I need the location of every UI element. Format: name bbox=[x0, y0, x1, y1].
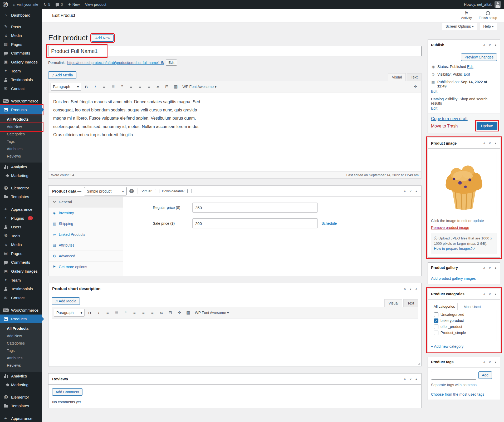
sidebar-item-pages-2[interactable]: ▤Pages bbox=[0, 249, 42, 258]
link-button[interactable]: ∞ bbox=[154, 83, 162, 90]
sidebar-item-elementor[interactable]: Elementor bbox=[0, 184, 42, 192]
update-button[interactable]: Update bbox=[477, 122, 497, 130]
help-button[interactable]: Help ▾ bbox=[480, 23, 497, 30]
how-to-prepare-images-link[interactable]: How to prepare images? bbox=[434, 247, 473, 251]
wp-logo-menu[interactable]: W bbox=[0, 0, 11, 9]
sidebar-item-appearance[interactable]: ✒Appearance bbox=[0, 205, 42, 214]
virtual-checkbox[interactable] bbox=[155, 189, 159, 193]
move-up-icon[interactable]: ∧ bbox=[483, 43, 486, 47]
category-item-offer-product[interactable]: offer_product bbox=[434, 325, 494, 329]
category-item-uncategorized[interactable]: Uncategorized bbox=[434, 312, 494, 317]
submenu-all-products-2[interactable]: All Products bbox=[0, 325, 42, 332]
numbered-list-button[interactable]: ≣ bbox=[112, 309, 120, 316]
sidebar-item-marketing-2[interactable]: Marketing bbox=[0, 380, 42, 389]
sidebar-item-tools[interactable]: ⚒Tools bbox=[0, 231, 42, 240]
submenu-tags[interactable]: Tags bbox=[0, 138, 42, 145]
view-product-link[interactable]: View product bbox=[82, 0, 109, 9]
copy-draft-link[interactable]: Copy to a new draft bbox=[431, 116, 497, 121]
fullscreen-button[interactable]: ✛ bbox=[175, 309, 183, 316]
add-new-button[interactable]: Add New bbox=[92, 34, 114, 42]
permalink-link[interactable]: https://net.techprotec.in/aftab/product/… bbox=[67, 61, 164, 65]
tab-visual[interactable]: Visual bbox=[388, 73, 406, 81]
new-content-menu[interactable]: + New bbox=[66, 0, 82, 9]
submenu-add-new-2[interactable]: Add New bbox=[0, 332, 42, 340]
edit-visibility-link[interactable]: Edit bbox=[464, 72, 470, 76]
move-down-icon[interactable]: ∨ bbox=[409, 377, 412, 381]
add-new-category-link[interactable]: + Add new category bbox=[431, 344, 463, 349]
visit-site-link[interactable]: ⌂ visit your site bbox=[11, 0, 41, 9]
toolbar-toggle-button[interactable]: ▦ bbox=[184, 309, 192, 316]
sidebar-item-gallery-images[interactable]: ▣Gallery Images bbox=[0, 57, 42, 66]
add-tag-button[interactable]: Add bbox=[478, 371, 492, 379]
numbered-list-button[interactable]: ≣ bbox=[109, 83, 117, 90]
tab-general[interactable]: ⚒General bbox=[48, 197, 123, 208]
sidebar-item-woocommerce[interactable]: WooWooCommerce bbox=[0, 97, 42, 105]
tab-advanced[interactable]: ⚙Advanced bbox=[48, 251, 123, 262]
move-down-icon[interactable]: ∨ bbox=[489, 292, 491, 296]
remove-product-image-link[interactable]: Remove product image bbox=[431, 225, 469, 230]
sidebar-item-products[interactable]: Products bbox=[0, 105, 42, 114]
sidebar-item-woocommerce-2[interactable]: WooWooCommerce bbox=[0, 306, 42, 315]
category-item-product-simple[interactable]: Product_simple bbox=[434, 331, 494, 335]
move-up-icon[interactable]: ∧ bbox=[404, 189, 406, 193]
edit-status-link[interactable]: Edit bbox=[467, 65, 473, 69]
choose-most-used-tags-link[interactable]: Choose from the most used tags bbox=[431, 392, 484, 396]
tab-attributes[interactable]: ▤Attributes bbox=[48, 240, 123, 251]
tab-all-categories[interactable]: All categories bbox=[431, 303, 458, 310]
tab-shipping[interactable]: ▥Shipping bbox=[48, 218, 123, 229]
submenu-attributes[interactable]: Attributes bbox=[0, 145, 42, 153]
collapse-toggle-icon[interactable]: ▲ bbox=[494, 266, 497, 269]
move-down-icon[interactable]: ∨ bbox=[409, 287, 412, 291]
move-up-icon[interactable]: ∧ bbox=[483, 266, 486, 270]
move-up-icon[interactable]: ∧ bbox=[483, 292, 486, 296]
sidebar-item-media[interactable]: ♫Media bbox=[0, 31, 42, 40]
edit-published-link[interactable]: Edit bbox=[431, 89, 437, 94]
help-tip-icon[interactable]: ? bbox=[129, 189, 134, 193]
move-down-icon[interactable]: ∨ bbox=[489, 141, 491, 145]
link-button[interactable]: ∞ bbox=[157, 309, 165, 316]
short-description-content[interactable] bbox=[52, 318, 418, 363]
comments-link[interactable]: 0 bbox=[53, 0, 66, 9]
sidebar-item-team[interactable]: ✦Team bbox=[0, 66, 42, 75]
move-up-icon[interactable]: ∧ bbox=[404, 377, 406, 381]
sidebar-item-users[interactable]: Users bbox=[0, 223, 42, 231]
blockquote-button[interactable]: ❝ bbox=[118, 83, 126, 90]
move-up-icon[interactable]: ∧ bbox=[483, 360, 486, 364]
submenu-reviews-2[interactable]: Reviews bbox=[0, 362, 42, 369]
editor-content[interactable]: Duis leo. Sed fringilla mauris sit amet … bbox=[48, 92, 421, 171]
sidebar-item-comments-2[interactable]: Comments bbox=[0, 258, 42, 267]
sale-price-input[interactable] bbox=[192, 218, 318, 228]
product-image-thumbnail[interactable] bbox=[431, 152, 497, 216]
submenu-add-new[interactable]: Add New bbox=[0, 123, 42, 130]
sidebar-item-analytics-2[interactable]: Analytics bbox=[0, 372, 42, 380]
collapse-toggle-icon[interactable]: ▲ bbox=[494, 142, 497, 145]
category-checkbox[interactable] bbox=[434, 331, 438, 335]
collapse-toggle-icon[interactable]: ▲ bbox=[415, 287, 418, 290]
collapse-toggle-icon[interactable]: ▲ bbox=[415, 377, 418, 380]
tab-get-more-options[interactable]: ⚑Get more options bbox=[48, 262, 123, 272]
tab-most-used[interactable]: Most Used bbox=[461, 303, 483, 310]
move-down-icon[interactable]: ∨ bbox=[409, 189, 412, 193]
italic-button[interactable]: I bbox=[91, 83, 99, 90]
downloadable-checkbox[interactable] bbox=[187, 189, 192, 193]
new-tag-input[interactable] bbox=[431, 371, 476, 380]
paragraph-select[interactable]: Paragraph▾ bbox=[51, 83, 81, 91]
permalink-edit-button[interactable]: Edit bbox=[166, 60, 177, 66]
align-left-button[interactable]: ≡ bbox=[127, 83, 135, 90]
align-left-button[interactable]: ≡ bbox=[130, 309, 138, 316]
bullet-list-button[interactable]: ≡ bbox=[104, 309, 111, 316]
sidebar-item-testimonials[interactable]: Testimonials bbox=[0, 75, 42, 84]
sidebar-item-pages[interactable]: ▤Pages bbox=[0, 40, 42, 49]
sidebar-item-appearance-2[interactable]: ✒Appearance bbox=[0, 414, 42, 422]
finish-setup-button[interactable]: Finish setup bbox=[479, 11, 497, 20]
sidebar-item-dashboard[interactable]: ◔Dashboard bbox=[0, 11, 42, 19]
align-center-button[interactable]: ≡ bbox=[139, 309, 147, 316]
sidebar-item-plugins[interactable]: ⚡Plugins5 bbox=[0, 214, 42, 223]
move-down-icon[interactable]: ∨ bbox=[489, 43, 491, 47]
tab-text-2[interactable]: Text bbox=[403, 299, 418, 307]
collapse-toggle-icon[interactable]: ▲ bbox=[494, 43, 497, 46]
category-checkbox[interactable] bbox=[434, 325, 438, 329]
sidebar-item-marketing[interactable]: Marketing bbox=[0, 171, 42, 180]
category-checkbox-checked[interactable]: ✓ bbox=[434, 318, 438, 323]
product-type-select[interactable]: Simple product▾ bbox=[84, 187, 127, 195]
